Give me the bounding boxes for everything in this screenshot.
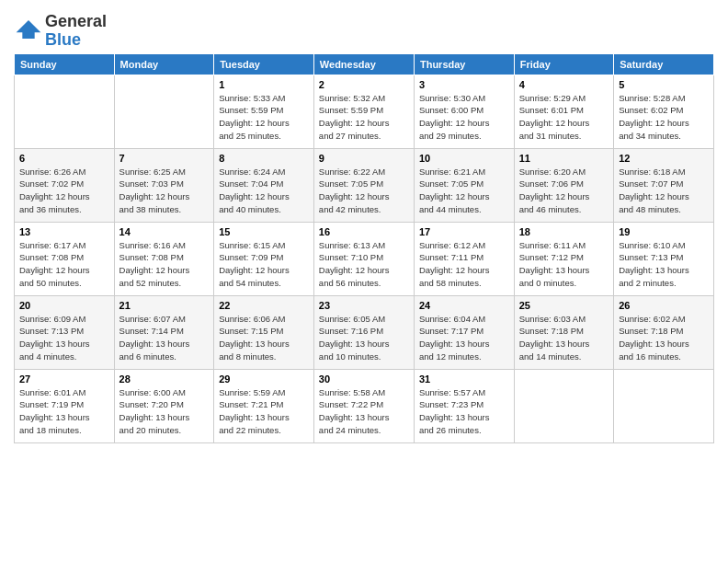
day-number: 7 [119, 153, 210, 164]
day-number: 20 [19, 300, 109, 311]
calendar-table: SundayMondayTuesdayWednesdayThursdayFrid… [14, 53, 714, 443]
calendar-cell: 23 Sunrise: 6:05 AM Sunset: 7:16 PM Dayl… [313, 295, 414, 369]
calendar-cell: 28 Sunrise: 6:00 AM Sunset: 7:20 PM Dayl… [114, 369, 214, 442]
calendar-cell [114, 75, 214, 148]
day-number: 1 [219, 79, 309, 90]
day-number: 31 [419, 373, 509, 385]
weekday-header-wednesday: Wednesday [313, 53, 414, 75]
weekday-header-saturday: Saturday [614, 53, 714, 75]
day-number: 13 [19, 226, 109, 237]
day-info: Sunrise: 6:00 AM Sunset: 7:20 PM Dayligh… [119, 386, 210, 437]
calendar-cell: 1 Sunrise: 5:33 AM Sunset: 5:59 PM Dayli… [214, 75, 314, 148]
day-number: 16 [319, 226, 409, 237]
calendar-cell: 4 Sunrise: 5:29 AM Sunset: 6:01 PM Dayli… [514, 75, 613, 148]
day-number: 6 [19, 153, 109, 164]
calendar-cell [15, 75, 115, 148]
day-number: 26 [619, 300, 709, 311]
calendar-cell: 3 Sunrise: 5:30 AM Sunset: 6:00 PM Dayli… [414, 75, 514, 148]
calendar-cell [614, 369, 714, 442]
day-number: 21 [119, 300, 210, 311]
week-row-3: 13 Sunrise: 6:17 AM Sunset: 7:08 PM Dayl… [15, 222, 714, 295]
weekday-header-tuesday: Tuesday [214, 53, 314, 75]
day-info: Sunrise: 6:21 AM Sunset: 7:05 PM Dayligh… [419, 166, 509, 216]
calendar-cell: 11 Sunrise: 6:20 AM Sunset: 7:06 PM Dayl… [514, 148, 613, 222]
day-info: Sunrise: 6:17 AM Sunset: 7:08 PM Dayligh… [19, 239, 109, 290]
calendar-cell: 30 Sunrise: 5:58 AM Sunset: 7:22 PM Dayl… [313, 369, 414, 442]
day-info: Sunrise: 5:32 AM Sunset: 5:59 PM Dayligh… [319, 92, 409, 143]
calendar-cell: 6 Sunrise: 6:26 AM Sunset: 7:02 PM Dayli… [15, 148, 115, 222]
day-info: Sunrise: 5:57 AM Sunset: 7:23 PM Dayligh… [419, 386, 509, 437]
day-info: Sunrise: 6:26 AM Sunset: 7:02 PM Dayligh… [19, 166, 109, 216]
calendar-cell: 15 Sunrise: 6:15 AM Sunset: 7:09 PM Dayl… [214, 222, 314, 295]
calendar-cell: 7 Sunrise: 6:25 AM Sunset: 7:03 PM Dayli… [114, 148, 214, 222]
calendar-cell: 25 Sunrise: 6:03 AM Sunset: 7:18 PM Dayl… [514, 295, 613, 369]
day-info: Sunrise: 6:16 AM Sunset: 7:08 PM Dayligh… [119, 239, 210, 290]
calendar-cell: 13 Sunrise: 6:17 AM Sunset: 7:08 PM Dayl… [15, 222, 115, 295]
day-info: Sunrise: 6:24 AM Sunset: 7:04 PM Dayligh… [219, 166, 309, 216]
calendar-cell: 29 Sunrise: 5:59 AM Sunset: 7:21 PM Dayl… [214, 369, 314, 442]
day-number: 17 [419, 226, 509, 237]
day-info: Sunrise: 6:11 AM Sunset: 7:12 PM Dayligh… [519, 239, 609, 290]
header: General Blue [14, 9, 714, 50]
calendar-cell: 26 Sunrise: 6:02 AM Sunset: 7:18 PM Dayl… [614, 295, 714, 369]
day-number: 2 [319, 79, 409, 90]
weekday-header-thursday: Thursday [414, 53, 514, 75]
day-number: 19 [619, 226, 709, 237]
weekday-header-row: SundayMondayTuesdayWednesdayThursdayFrid… [15, 53, 714, 75]
calendar-cell: 16 Sunrise: 6:13 AM Sunset: 7:10 PM Dayl… [313, 222, 414, 295]
day-info: Sunrise: 5:58 AM Sunset: 7:22 PM Dayligh… [319, 386, 409, 437]
day-info: Sunrise: 6:09 AM Sunset: 7:13 PM Dayligh… [19, 313, 109, 363]
calendar-cell [514, 369, 613, 442]
calendar-cell: 18 Sunrise: 6:11 AM Sunset: 7:12 PM Dayl… [514, 222, 613, 295]
day-info: Sunrise: 6:01 AM Sunset: 7:19 PM Dayligh… [19, 386, 109, 437]
calendar-cell: 9 Sunrise: 6:22 AM Sunset: 7:05 PM Dayli… [313, 148, 414, 222]
week-row-5: 27 Sunrise: 6:01 AM Sunset: 7:19 PM Dayl… [15, 369, 714, 442]
day-info: Sunrise: 6:25 AM Sunset: 7:03 PM Dayligh… [119, 166, 210, 216]
calendar-cell: 21 Sunrise: 6:07 AM Sunset: 7:14 PM Dayl… [114, 295, 214, 369]
week-row-4: 20 Sunrise: 6:09 AM Sunset: 7:13 PM Dayl… [15, 295, 714, 369]
weekday-header-monday: Monday [114, 53, 214, 75]
week-row-1: 1 Sunrise: 5:33 AM Sunset: 5:59 PM Dayli… [15, 75, 714, 148]
day-info: Sunrise: 6:06 AM Sunset: 7:15 PM Dayligh… [219, 313, 309, 363]
calendar-cell: 12 Sunrise: 6:18 AM Sunset: 7:07 PM Dayl… [614, 148, 714, 222]
day-number: 4 [519, 79, 609, 90]
day-number: 30 [319, 373, 409, 385]
day-info: Sunrise: 6:22 AM Sunset: 7:05 PM Dayligh… [319, 166, 409, 216]
day-info: Sunrise: 6:13 AM Sunset: 7:10 PM Dayligh… [319, 239, 409, 290]
day-info: Sunrise: 6:07 AM Sunset: 7:14 PM Dayligh… [119, 313, 210, 363]
week-row-2: 6 Sunrise: 6:26 AM Sunset: 7:02 PM Dayli… [15, 148, 714, 222]
weekday-header-sunday: Sunday [15, 53, 115, 75]
logo-icon [16, 20, 41, 39]
calendar-cell: 19 Sunrise: 6:10 AM Sunset: 7:13 PM Dayl… [614, 222, 714, 295]
calendar-cell: 14 Sunrise: 6:16 AM Sunset: 7:08 PM Dayl… [114, 222, 214, 295]
day-number: 11 [519, 153, 609, 164]
day-number: 29 [219, 373, 309, 385]
day-number: 22 [219, 300, 309, 311]
day-info: Sunrise: 6:03 AM Sunset: 7:18 PM Dayligh… [519, 313, 609, 363]
day-number: 10 [419, 153, 509, 164]
day-number: 18 [519, 226, 609, 237]
calendar-cell: 5 Sunrise: 5:28 AM Sunset: 6:02 PM Dayli… [614, 75, 714, 148]
day-info: Sunrise: 5:29 AM Sunset: 6:01 PM Dayligh… [519, 92, 609, 143]
day-number: 25 [519, 300, 609, 311]
day-info: Sunrise: 6:02 AM Sunset: 7:18 PM Dayligh… [619, 313, 709, 363]
day-info: Sunrise: 5:33 AM Sunset: 5:59 PM Dayligh… [219, 92, 309, 143]
logo-blue: Blue [45, 31, 107, 50]
calendar-cell: 10 Sunrise: 6:21 AM Sunset: 7:05 PM Dayl… [414, 148, 514, 222]
day-info: Sunrise: 5:30 AM Sunset: 6:00 PM Dayligh… [419, 92, 509, 143]
day-number: 28 [119, 373, 210, 385]
day-number: 24 [419, 300, 509, 311]
logo-general: General [45, 13, 107, 31]
day-info: Sunrise: 5:28 AM Sunset: 6:02 PM Dayligh… [619, 92, 709, 143]
day-info: Sunrise: 6:18 AM Sunset: 7:07 PM Dayligh… [619, 166, 709, 216]
calendar-cell: 22 Sunrise: 6:06 AM Sunset: 7:15 PM Dayl… [214, 295, 314, 369]
calendar-cell: 31 Sunrise: 5:57 AM Sunset: 7:23 PM Dayl… [414, 369, 514, 442]
day-info: Sunrise: 5:59 AM Sunset: 7:21 PM Dayligh… [219, 386, 309, 437]
day-number: 9 [319, 153, 409, 164]
day-number: 3 [419, 79, 509, 90]
day-info: Sunrise: 6:05 AM Sunset: 7:16 PM Dayligh… [319, 313, 409, 363]
day-number: 5 [619, 79, 709, 90]
day-number: 12 [619, 153, 709, 164]
calendar-cell: 27 Sunrise: 6:01 AM Sunset: 7:19 PM Dayl… [15, 369, 115, 442]
calendar-cell: 24 Sunrise: 6:04 AM Sunset: 7:17 PM Dayl… [414, 295, 514, 369]
